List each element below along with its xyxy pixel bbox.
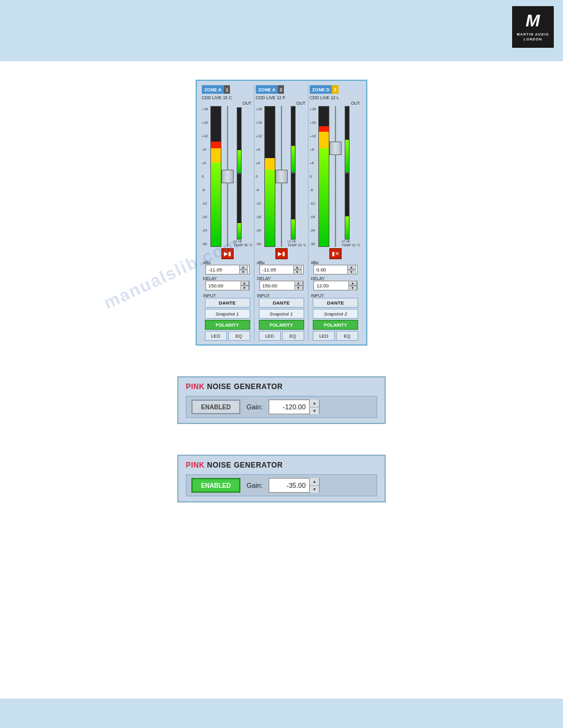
meter-bar-2 <box>264 106 275 247</box>
meter-scale-2: +18 +15 +12 +9 +6 0 -6 -12 -18 -24 -30 <box>256 106 264 247</box>
led-btn-2[interactable]: LED <box>259 331 281 341</box>
gain-spinners-noise-1[interactable]: ▲ ▼ <box>309 400 319 414</box>
meter-scale-3: +18 +15 +12 +9 +6 0 -6 -12 -18 -24 -30 <box>310 106 318 247</box>
fader-track-3[interactable] <box>329 106 342 247</box>
hf-meter-1 <box>237 173 242 240</box>
delay-input-1[interactable]: 150.00 ▲ ▼ <box>205 281 250 290</box>
gain-up-2[interactable]: ▲ <box>293 265 302 270</box>
input-source-1[interactable]: DANTE <box>205 298 250 308</box>
gain-up-noise-2[interactable]: ▲ <box>310 478 319 486</box>
enabled-btn-1[interactable]: ENABLED <box>191 400 240 414</box>
zone-num-1[interactable]: 1 <box>224 85 230 94</box>
fader-section-1: +18 +15 +12 +9 +6 0 -6 -12 -18 -24 -30 <box>202 106 253 247</box>
delay-spinners-1[interactable]: ▲ ▼ <box>240 281 249 290</box>
out-label-3: OUT <box>351 101 360 105</box>
bottom-row-3: LED EQ <box>313 331 358 341</box>
out-label-2: OUT <box>296 101 305 105</box>
mute-btn-3[interactable]: ▮✕ <box>329 248 342 259</box>
delay-spinners-2[interactable]: ▲ ▼ <box>294 281 303 290</box>
delay-up-1[interactable]: ▲ <box>240 281 249 286</box>
gain-up-3[interactable]: ▲ <box>347 265 356 270</box>
gain-number-1: -120.00 <box>269 403 309 411</box>
header-bar: M MARTIN AUDIOLONDON <box>0 0 563 61</box>
delay-value-1: 150.00 <box>206 283 223 289</box>
bottom-row-1: LED EQ <box>205 331 250 341</box>
input-label-2: INPUT <box>257 294 270 298</box>
dbu-label-2: dBu <box>257 260 264 265</box>
gain-spinners-noise-2[interactable]: ▲ ▼ <box>309 478 319 493</box>
dbu-label-3: dBu <box>311 260 318 265</box>
fader-track-1[interactable] <box>221 106 234 247</box>
gain-value-2: -11.05 <box>260 267 277 273</box>
gain-up-1[interactable]: ▲ <box>239 265 248 270</box>
gain-down-noise-2[interactable]: ▼ <box>310 486 319 493</box>
led-btn-3[interactable]: LED <box>313 331 335 341</box>
delay-up-3[interactable]: ▲ <box>348 281 357 286</box>
snapshot-btn-2[interactable]: Snapshot 1 <box>259 309 304 319</box>
delay-spinners-3[interactable]: ▲ ▼ <box>348 281 357 290</box>
polarity-btn-2[interactable]: POLARITY <box>259 320 304 330</box>
gain-input-3[interactable]: 0.00 ▲ ▼ <box>313 265 358 275</box>
fader-handle-2[interactable] <box>275 170 288 183</box>
zone-label-3[interactable]: ZONE D <box>310 85 332 94</box>
zone-label-2[interactable]: ZONE A <box>256 85 278 94</box>
mute-btn-2[interactable]: ▶▮ <box>275 248 288 259</box>
delay-down-3[interactable]: ▼ <box>348 286 357 290</box>
meter-green-1 <box>211 162 221 246</box>
enabled-btn-2[interactable]: ENABLED <box>191 478 240 493</box>
gain-up-noise-1[interactable]: ▲ <box>310 400 319 408</box>
meter-bar-3 <box>318 106 329 247</box>
polarity-btn-1[interactable]: POLARITY <box>205 320 250 330</box>
hf-meter-3 <box>345 173 350 240</box>
noise-title-rest-2: NOISE GENERATOR <box>205 461 283 469</box>
fader-line-3 <box>335 106 336 247</box>
delay-input-3[interactable]: 12.00 ▲ ▼ <box>313 281 358 290</box>
led-btn-1[interactable]: LED <box>205 331 227 341</box>
fader-handle-3[interactable] <box>329 142 342 155</box>
gain-spinners-2[interactable]: ▲ ▼ <box>293 265 302 275</box>
delay-down-1[interactable]: ▼ <box>240 286 249 290</box>
delay-label-2: DELAY <box>257 276 270 281</box>
noise-controls-1: ENABLED Gain: -120.00 ▲ ▼ <box>186 396 377 418</box>
gain-field-1[interactable]: -120.00 ▲ ▼ <box>269 400 320 414</box>
fader-track-2[interactable] <box>275 106 288 247</box>
input-label-1: INPUT <box>203 294 216 298</box>
gain-input-1[interactable]: -11.05 ▲ ▼ <box>205 265 250 275</box>
input-source-3[interactable]: DANTE <box>313 298 358 308</box>
delay-up-2[interactable]: ▲ <box>294 281 303 286</box>
gain-label-2: Gain: <box>247 482 262 489</box>
gain-spinners-1[interactable]: ▲ ▼ <box>239 265 248 275</box>
eq-btn-1[interactable]: EQ <box>228 331 250 341</box>
input-source-2[interactable]: DANTE <box>259 298 304 308</box>
gain-field-2[interactable]: -35.00 ▲ ▼ <box>269 478 320 493</box>
temp-1: TEMP 35 °C <box>234 243 245 247</box>
gain-down-2[interactable]: ▼ <box>293 270 302 275</box>
meter-red-1 <box>211 142 221 148</box>
channel-1: ZONE A 1 CDD LIVE 15 C OUT +18 +15 +12 +… <box>201 85 255 341</box>
noise-controls-2: ENABLED Gain: -35.00 ▲ ▼ <box>186 474 377 496</box>
polarity-btn-3[interactable]: POLARITY <box>313 320 358 330</box>
noise-panel-1: PINK NOISE GENERATOR ENABLED Gain: -120.… <box>177 376 386 424</box>
gain-input-2[interactable]: -11.05 ▲ ▼ <box>259 265 304 275</box>
delay-down-2[interactable]: ▼ <box>294 286 303 290</box>
fader-handle-1[interactable] <box>221 170 234 183</box>
gain-spinners-3[interactable]: ▲ ▼ <box>347 265 356 275</box>
noise-title-rest-1: NOISE GENERATOR <box>205 382 283 391</box>
gain-down-1[interactable]: ▼ <box>239 270 248 275</box>
snapshot-btn-1[interactable]: Snapshot 1 <box>205 309 250 319</box>
delay-input-2[interactable]: 150.00 ▲ ▼ <box>259 281 304 290</box>
zone-label-1[interactable]: ZONE A <box>202 85 224 94</box>
noise-title-1: PINK NOISE GENERATOR <box>186 382 377 391</box>
eq-btn-2[interactable]: EQ <box>282 331 304 341</box>
eq-btn-3[interactable]: EQ <box>336 331 358 341</box>
device-name-1: CDD LIVE 15 C <box>202 96 253 100</box>
snapshot-btn-3[interactable]: Snapshot 2 <box>313 309 358 319</box>
zone-num-2[interactable]: 2 <box>278 85 284 94</box>
temp-3: TEMP 21 °C <box>342 243 353 247</box>
mute-btn-1[interactable]: ▶▮ <box>221 248 234 259</box>
zone-num-3[interactable]: 3 <box>332 85 338 94</box>
gain-down-noise-1[interactable]: ▼ <box>310 408 319 415</box>
gain-down-3[interactable]: ▼ <box>347 270 356 275</box>
main-content: manualslib.com ZONE A 1 CDD LIVE 15 C OU… <box>0 61 563 699</box>
zone-btn-1: ZONE A 1 <box>202 85 253 94</box>
